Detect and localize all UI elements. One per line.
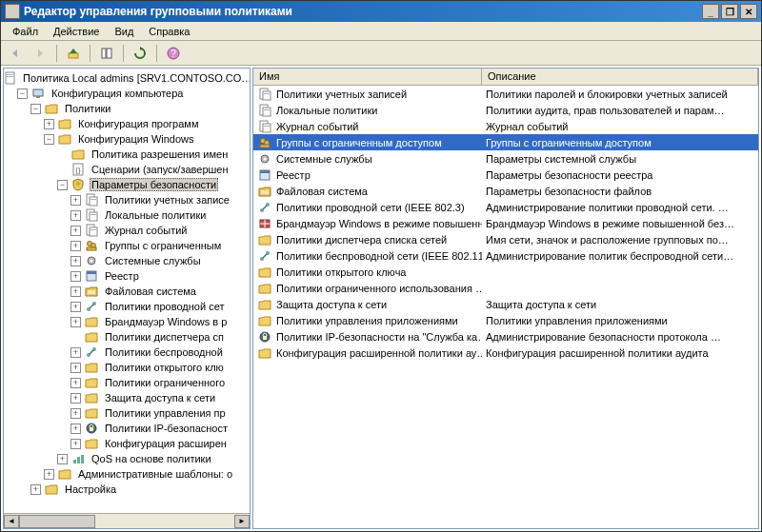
tree-row[interactable]: +Защита доступа к сети <box>4 390 250 405</box>
tree-toggle-icon[interactable]: − <box>44 134 54 145</box>
tree-row[interactable]: +Журнал событий <box>4 223 250 238</box>
svg-rect-46 <box>264 109 270 110</box>
tree-toggle-icon[interactable]: + <box>70 363 81 373</box>
scroll-track[interactable] <box>19 515 234 528</box>
column-header-name[interactable]: Имя <box>253 69 482 85</box>
tree-item-label: Политики <box>63 102 113 115</box>
minimize-button[interactable]: _ <box>702 4 719 19</box>
tree-toggle-icon[interactable]: + <box>44 119 54 129</box>
show-hide-button[interactable] <box>96 43 117 64</box>
list-row[interactable]: Политики ограниченного использования … <box>253 280 758 296</box>
tree-row[interactable]: +Политики беспроводной <box>4 345 250 360</box>
tree-item-label: Локальные политики <box>103 208 208 222</box>
list-row[interactable]: РеестрПараметры безопасности реестра <box>253 167 758 183</box>
list-row[interactable]: Журнал событийЖурнал событий <box>253 118 758 134</box>
svg-line-35 <box>90 350 93 354</box>
tree-toggle-icon[interactable]: + <box>44 469 54 480</box>
list-row[interactable]: Политики управления приложениямиПолитики… <box>253 312 758 328</box>
tree-item-icon <box>84 405 99 421</box>
tree-row[interactable]: Политики диспетчера сп <box>4 329 250 345</box>
tree-row[interactable]: −Параметры безопасности <box>4 177 250 192</box>
list-row[interactable]: Политики диспетчера списка сетейИмя сети… <box>253 231 758 247</box>
tree-toggle-icon[interactable]: + <box>70 286 81 297</box>
list-row[interactable]: Брандмауэр Windows в режиме повышенн…Бра… <box>253 215 758 231</box>
tree-row[interactable]: +Системные службы <box>4 253 250 268</box>
tree-toggle-icon[interactable]: + <box>70 393 81 404</box>
tree-toggle-icon[interactable]: + <box>70 256 81 266</box>
tree-row[interactable]: +Реестр <box>4 268 250 284</box>
list-row[interactable]: Группы с ограниченным доступомГруппы с о… <box>253 134 758 150</box>
tree-toggle-icon[interactable]: + <box>70 210 81 221</box>
tree-row[interactable]: +Политики IP-безопасност <box>4 421 250 436</box>
tree-row[interactable]: +Политики учетных записе <box>4 192 250 207</box>
tree-row[interactable]: {}Сценарии (запуск/завершен <box>4 162 250 177</box>
tree-row[interactable]: +QoS на основе политики <box>4 451 250 466</box>
tree-row[interactable]: −Политики <box>4 101 250 116</box>
list-cell-desc: Политики паролей и блокировки учетных за… <box>482 89 758 100</box>
list-row[interactable]: Политики открытого ключа <box>253 264 758 280</box>
list-row[interactable]: Политики IP-безопасности на "Служба ка…А… <box>253 328 758 345</box>
tree-row[interactable]: −Конфигурация Windows <box>4 131 250 147</box>
tree-row[interactable]: +Файловая система <box>4 284 250 299</box>
list-row[interactable]: Системные службыПараметры системной служ… <box>253 150 758 167</box>
tree-toggle-icon[interactable]: − <box>30 104 41 114</box>
tree-row[interactable]: +Брандмауэр Windows в р <box>4 314 250 329</box>
list-cell-desc: Защита доступа к сети <box>482 299 758 310</box>
tree-toggle-icon[interactable]: + <box>70 317 81 327</box>
tree-row[interactable]: +Административные шаблоны: о <box>4 466 250 482</box>
forward-button[interactable] <box>30 43 50 64</box>
tree-toggle-icon[interactable]: + <box>70 408 81 419</box>
tree-toggle-icon[interactable]: + <box>57 454 68 464</box>
tree-row[interactable]: +Локальные политики <box>4 207 250 223</box>
list-row[interactable]: Файловая системаПараметры безопасности ф… <box>253 183 758 199</box>
tree-toggle-icon[interactable]: − <box>17 89 28 99</box>
help-button[interactable]: ? <box>163 43 184 64</box>
list-row[interactable]: Локальные политикиПолитики аудита, прав … <box>253 102 758 118</box>
tree-toggle-icon[interactable]: + <box>70 347 81 358</box>
list-row[interactable]: Политики проводной сети (IEEE 802.3)Адми… <box>253 199 758 215</box>
tree-row[interactable]: +Политики ограниченного <box>4 375 250 390</box>
list-row[interactable]: Конфигурация расширенной политики ау…Кон… <box>253 345 758 361</box>
tree-row[interactable]: +Настройка <box>4 482 250 497</box>
tree-toggle-icon[interactable]: + <box>70 424 81 434</box>
list-view[interactable]: Политики учетных записейПолитики паролей… <box>253 86 758 528</box>
tree-toggle-icon[interactable]: + <box>70 439 81 449</box>
scroll-thumb[interactable] <box>19 515 95 528</box>
list-row[interactable]: Защита доступа к сетиЗащита доступа к се… <box>253 296 758 312</box>
scroll-right-button[interactable]: ► <box>234 515 250 528</box>
tree-toggle-icon[interactable]: + <box>70 226 81 236</box>
tree-row[interactable]: +Политики проводной сет <box>4 299 250 314</box>
tree-row[interactable]: +Политики открытого клю <box>4 360 250 375</box>
up-button[interactable] <box>63 43 84 64</box>
list-row[interactable]: Политики учетных записейПолитики паролей… <box>253 86 758 102</box>
scroll-left-button[interactable]: ◄ <box>4 515 19 528</box>
tree-item-label: Политика Local admins [SRV1.CONTOSO.CO… <box>21 71 250 85</box>
tree-row[interactable]: +Группы с ограниченным <box>4 238 250 253</box>
tree-row[interactable]: Политика разрешения имен <box>4 147 250 162</box>
back-button[interactable] <box>5 43 26 64</box>
tree-toggle-icon[interactable]: + <box>70 378 81 388</box>
svg-rect-0 <box>69 53 78 58</box>
tree-toggle-icon[interactable]: + <box>70 302 81 312</box>
tree-row[interactable]: −Конфигурация компьютера <box>4 86 250 101</box>
tree-view[interactable]: Политика Local admins [SRV1.CONTOSO.CO…−… <box>4 69 250 499</box>
tree-toggle-icon[interactable]: − <box>57 180 68 190</box>
menu-view[interactable]: Вид <box>107 24 141 39</box>
menu-action[interactable]: Действие <box>46 24 107 39</box>
restore-button[interactable]: ❐ <box>721 4 738 19</box>
tree-toggle-icon[interactable]: + <box>30 484 41 495</box>
menu-help[interactable]: Справка <box>141 24 197 39</box>
close-button[interactable]: ✕ <box>740 4 757 19</box>
tree-toggle-icon[interactable]: + <box>70 271 81 282</box>
list-row[interactable]: Политики беспроводной сети (IEEE 802.11)… <box>253 247 758 264</box>
tree-row[interactable]: +Конфигурация программ <box>4 116 250 131</box>
tree-toggle-icon[interactable]: + <box>70 195 81 206</box>
menu-file[interactable]: Файл <box>5 24 46 39</box>
tree-toggle-icon[interactable]: + <box>70 241 81 251</box>
tree-row[interactable]: Политика Local admins [SRV1.CONTOSO.CO… <box>4 70 250 86</box>
column-header-desc[interactable]: Описание <box>482 69 758 85</box>
tree-row[interactable]: +Конфигурация расширен <box>4 436 250 451</box>
tree-row[interactable]: +Политики управления пр <box>4 405 250 421</box>
refresh-button[interactable] <box>130 43 150 64</box>
tree-horizontal-scrollbar[interactable]: ◄ ► <box>4 513 250 528</box>
